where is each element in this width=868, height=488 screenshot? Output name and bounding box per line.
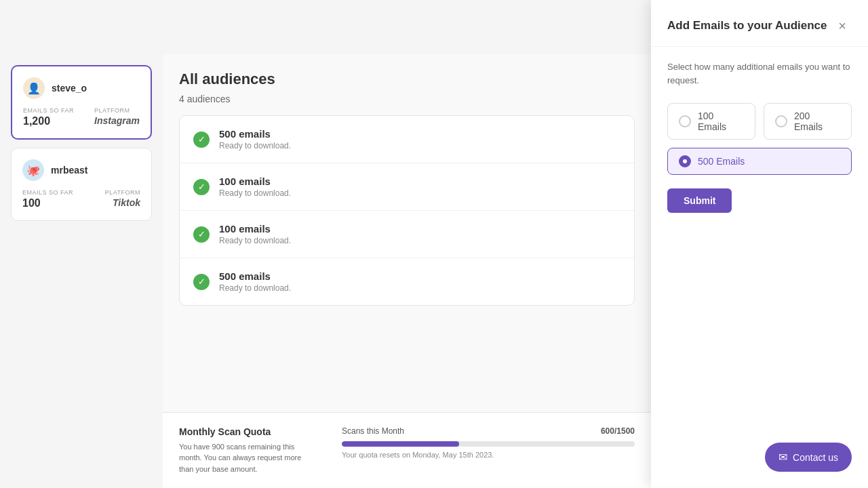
quota-month-label: Scans this Month (342, 426, 404, 436)
page-title: All audiences (179, 70, 635, 88)
data-source-card-mrbeast[interactable]: 🐙 mrbeast EMAILS SO FAR 100 PLATFORM Tik… (11, 148, 152, 221)
card-stats-mrbeast: EMAILS SO FAR 100 PLATFORM Tiktok (22, 189, 140, 209)
modal-body: Select how many additional emails you wa… (651, 47, 868, 488)
platform-label-mrbeast: PLATFORM (105, 189, 140, 196)
radio-500 (679, 155, 691, 167)
card-header-mrbeast: 🐙 mrbeast (22, 159, 140, 181)
audience-emails-3: 500 emails (219, 270, 291, 282)
radio-200 (775, 115, 787, 127)
audience-emails-2: 100 emails (219, 223, 291, 235)
quota-reset-text: Your quota resets on Monday, May 15th 20… (342, 451, 635, 459)
modal-description: Select how many additional emails you wa… (667, 60, 852, 87)
quota-header: Scans this Month 600/1500 (342, 426, 635, 436)
check-icon-2: ✓ (193, 226, 210, 243)
audience-emails-1: 100 emails (219, 176, 291, 187)
platform-value-mrbeast: Tiktok (105, 197, 140, 208)
audience-info-1: 100 emails Ready to download. (219, 176, 291, 198)
email-option-500-label: 500 Emails (698, 156, 745, 167)
card-avatar-steveo: 👤 (23, 77, 45, 99)
platform-label-steveo: PLATFORM (94, 107, 140, 114)
quota-title: Monthly Scan Quota (179, 426, 315, 437)
check-icon-1: ✓ (193, 179, 210, 195)
emails-value-mrbeast: 100 (22, 197, 73, 209)
modal-title: Add Emails to your Audience (667, 19, 827, 33)
audience-info-2: 100 emails Ready to download. (219, 223, 291, 245)
emails-stat-mrbeast: EMAILS SO FAR 100 (22, 189, 73, 209)
contact-icon: ✉ (778, 451, 787, 464)
quota-numbers: 600/1500 (601, 426, 635, 436)
quota-right: Scans this Month 600/1500 Your quota res… (342, 426, 635, 475)
quota-left: Monthly Scan Quota You have 900 scans re… (179, 426, 315, 475)
card-header-steveo: 👤 steve_o (23, 77, 140, 99)
card-name-steveo: steve_o (52, 83, 87, 94)
audience-emails-0: 500 emails (219, 128, 291, 140)
audience-item-0: ✓ 500 emails Ready to download. (180, 116, 634, 163)
data-source-card-steveo[interactable]: 👤 steve_o EMAILS SO FAR 1,200 PLATFORM I… (11, 65, 152, 140)
contact-us-button[interactable]: ✉ Contact us (765, 443, 852, 472)
audience-info-0: 500 emails Ready to download. (219, 128, 291, 150)
quota-section: Monthly Scan Quota You have 900 scans re… (163, 412, 651, 489)
platform-stat-steveo: PLATFORM Instagram (94, 107, 140, 127)
sidebar: 👤 steve_o EMAILS SO FAR 1,200 PLATFORM I… (0, 54, 163, 488)
check-icon-0: ✓ (193, 131, 210, 148)
audience-info-3: 500 emails Ready to download. (219, 270, 291, 293)
card-avatar-mrbeast: 🐙 (22, 159, 44, 181)
email-options-row-1: 100 Emails 200 Emails (667, 103, 852, 140)
email-option-500[interactable]: 500 Emails (667, 148, 852, 175)
email-option-200[interactable]: 200 Emails (764, 103, 852, 140)
email-option-100-label: 100 Emails (698, 110, 744, 132)
contact-us-label: Contact us (793, 452, 838, 463)
audience-item-2: ✓ 100 emails Ready to download. (180, 211, 634, 258)
email-options-row-2: 500 Emails (667, 148, 852, 175)
audience-list: ✓ 500 emails Ready to download. ✓ 100 em… (179, 115, 635, 306)
audiences-count: 4 audiences (179, 94, 635, 104)
progress-bar-background (342, 441, 635, 447)
submit-button[interactable]: Submit (667, 188, 732, 213)
audience-status-0: Ready to download. (219, 141, 291, 150)
modal-close-button[interactable]: × (833, 16, 852, 35)
progress-bar-fill (342, 441, 459, 447)
email-option-200-label: 200 Emails (794, 110, 840, 132)
email-option-100[interactable]: 100 Emails (667, 103, 755, 140)
email-options: 100 Emails 200 Emails 500 Emails (667, 103, 852, 175)
emails-stat-steveo: EMAILS SO FAR 1,200 (23, 107, 74, 127)
emails-label-steveo: EMAILS SO FAR (23, 107, 74, 114)
audience-status-2: Ready to download. (219, 236, 291, 245)
quota-description: You have 900 scans remaining this month.… (179, 441, 315, 475)
audience-item-3: ✓ 500 emails Ready to download. (180, 258, 634, 305)
check-icon-3: ✓ (193, 274, 210, 290)
platform-value-steveo: Instagram (94, 115, 140, 126)
platform-stat-mrbeast: PLATFORM Tiktok (105, 189, 140, 209)
card-name-mrbeast: mrbeast (51, 165, 87, 176)
audience-status-1: Ready to download. (219, 188, 291, 198)
emails-value-steveo: 1,200 (23, 115, 74, 127)
emails-label-mrbeast: EMAILS SO FAR (22, 189, 73, 196)
modal-header: Add Emails to your Audience × (651, 0, 868, 47)
card-stats-steveo: EMAILS SO FAR 1,200 PLATFORM Instagram (23, 107, 140, 127)
radio-100 (679, 115, 691, 127)
audience-item-1: ✓ 100 emails Ready to download. (180, 163, 634, 211)
modal-panel: Add Emails to your Audience × Select how… (651, 0, 868, 488)
audience-status-3: Ready to download. (219, 283, 291, 293)
